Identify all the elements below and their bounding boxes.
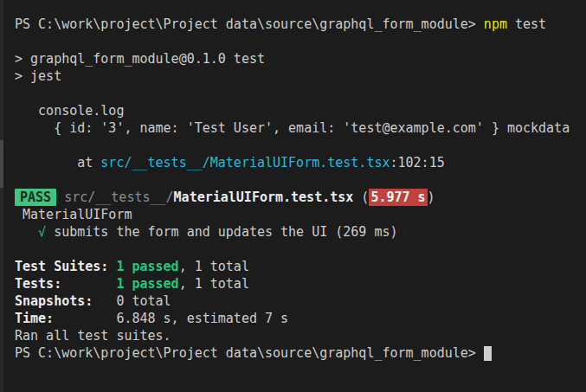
text-segment: 1 passed [116, 276, 178, 292]
text-segment: 0 total [116, 293, 171, 309]
text-segment: ( [353, 190, 369, 205]
summary-snapshots-line: Snapshots: 0 total [15, 292, 586, 310]
prompt-line-command: PS C:\work\project\Project data\source\g… [15, 16, 586, 33]
console-log-output: { id: '3', name: 'Test User', email: 'te… [15, 119, 586, 137]
text-segment: > jest [15, 68, 61, 84]
text-segment: :102:15 [390, 155, 444, 170]
summary-tests-line: Tests: 1 passed, 1 total [15, 275, 586, 292]
text-segment: Tests: [15, 276, 116, 292]
prompt-line-final: PS C:\work\project\Project data\source\g… [15, 344, 586, 362]
text-segment: { id: '3', name: 'Test User', email: 'te… [15, 120, 570, 136]
summary-ran-line: Ran all test suites. [15, 327, 586, 344]
text-segment: , 1 total [179, 259, 249, 274]
check-icon: √ [38, 224, 46, 240]
time-badge: 5.977 s [369, 189, 427, 206]
test-case-result-line: √ submits the form and updates the UI (2… [15, 223, 586, 241]
blank-line [15, 171, 586, 189]
text-segment: src/__tests__/ [64, 190, 173, 205]
text-segment: submits the form and updates the UI (269… [46, 224, 397, 240]
pass-result-line: PASS src/__tests__/MaterialUIForm.test.t… [15, 189, 586, 206]
blank-line [15, 137, 586, 154]
text-segment: PS C:\work\project\Project data\source\g… [15, 345, 484, 361]
text-segment: Ran all test suites. [15, 328, 171, 344]
text-segment: > graphql_form_module@0.1.0 test [15, 51, 265, 67]
summary-suites-line: Test Suites: 1 passed, 1 total [15, 258, 586, 275]
text-segment: PS C:\work\project\Project data\source\g… [15, 16, 484, 32]
text-segment: npm [484, 16, 507, 32]
text-segment [56, 190, 64, 205]
terminal[interactable]: PS C:\work\project\Project data\source\g… [0, 0, 586, 392]
blank-line [15, 33, 586, 50]
terminal-cursor [484, 346, 492, 361]
text-segment: test [507, 16, 546, 32]
text-segment: src/__tests__/MaterialUIForm.test.tsx [100, 155, 390, 170]
summary-time-line: Time: 6.848 s, estimated 7 s [15, 310, 586, 327]
text-segment: console.log [15, 103, 124, 119]
text-segment: MaterialUIForm.test.tsx [174, 190, 354, 205]
pass-badge: PASS [15, 189, 56, 206]
scrollbar-track[interactable] [0, 0, 3, 392]
console-log-label: console.log [15, 102, 586, 119]
text-segment: at [15, 155, 100, 170]
npm-script-line: > graphql_form_module@0.1.0 test [15, 50, 586, 67]
text-segment: 1 passed [116, 259, 178, 274]
stack-location-line: at src/__tests__/MaterialUIForm.test.tsx… [15, 154, 586, 171]
text-segment: Time: [15, 311, 116, 326]
text-segment: 6.848 s, estimated 7 s [116, 311, 288, 326]
text-segment [15, 224, 38, 240]
text-segment: ) [428, 190, 435, 205]
blank-line [15, 85, 586, 102]
jest-command-line: > jest [15, 67, 586, 85]
text-segment: Snapshots: [15, 293, 116, 309]
scrollbar-thumb[interactable] [0, 140, 3, 188]
text-segment: MaterialUIForm [15, 207, 132, 222]
text-segment: Test Suites: [15, 259, 116, 274]
describe-title-line: MaterialUIForm [15, 206, 586, 223]
terminal-output: PS C:\work\project\Project data\source\g… [15, 16, 586, 362]
text-segment: , 1 total [179, 276, 249, 292]
blank-line [15, 241, 586, 258]
